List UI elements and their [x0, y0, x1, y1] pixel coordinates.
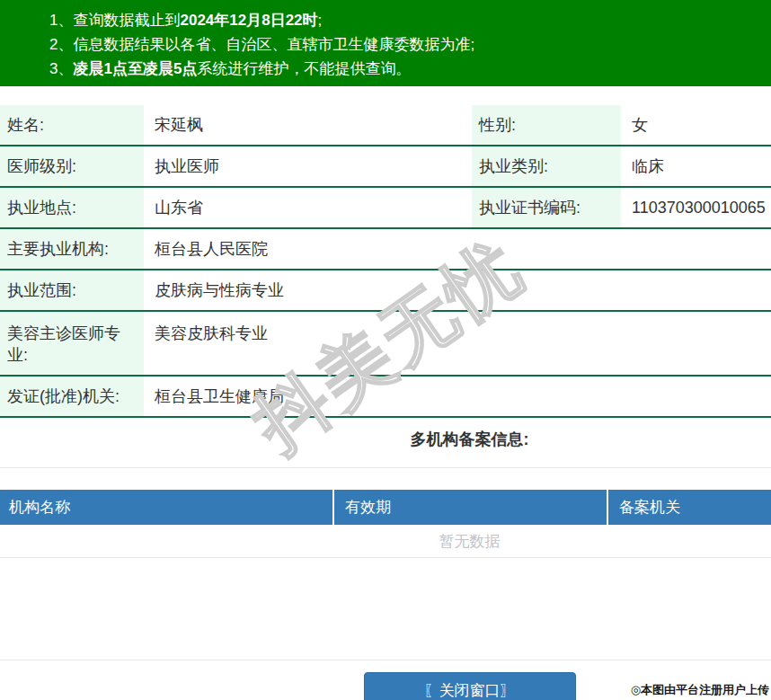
certificate-no-label: 执业证书编码:	[472, 188, 621, 227]
doctor-info-table: 姓名: 宋延枫 性别: 女 医师级别: 执业医师 执业类别: 临床 执业地点: …	[0, 105, 771, 418]
notice-line: 2、信息数据结果以各省、自治区、直辖市卫生健康委数据为准;	[49, 32, 771, 57]
page-viewport: 1、查询数据截止到2024年12月8日22时; 2、信息数据结果以各省、自治区、…	[0, 0, 771, 700]
notice-line: 3、凌晨1点至凌晨5点系统进行维护，不能提供查询。	[49, 57, 771, 81]
notice-text: 3、	[49, 60, 73, 77]
notice-text: ;	[318, 12, 323, 29]
cosmetic-specialty-label: 美容主诊医师专业:	[0, 312, 144, 375]
table-row: 执业地点: 山东省 执业证书编码: 110370300010065	[0, 188, 771, 229]
practice-place-value: 山东省	[144, 188, 467, 227]
gender-value: 女	[621, 105, 771, 145]
doctor-level-value: 执业医师	[144, 146, 467, 186]
main-institution-label: 主要执业机构:	[0, 229, 144, 269]
practice-type-label: 执业类别:	[472, 146, 621, 186]
table-row: 主要执业机构: 桓台县人民医院	[0, 229, 771, 270]
notice-line: 1、查询数据截止到2024年12月8日22时;	[49, 8, 771, 32]
issuing-authority-label: 发证(批准)机关:	[0, 377, 144, 416]
notice-bold-text: 2024年12月8日22时	[180, 12, 317, 29]
practice-place-label: 执业地点:	[0, 188, 144, 227]
doctor-level-label: 医师级别:	[0, 146, 144, 186]
notice-text: 1、查询数据截止到	[49, 12, 180, 29]
notice-bold-text: 凌晨1点至凌晨5点	[73, 60, 197, 77]
empty-data-placeholder: 暂无数据	[0, 525, 771, 558]
table-row: 发证(批准)机关: 桓台县卫生健康局	[0, 377, 771, 418]
table-row: 医师级别: 执业医师 执业类别: 临床	[0, 146, 771, 188]
validity-column-header: 有效期	[334, 490, 608, 525]
query-result-page: 1、查询数据截止到2024年12月8日22时; 2、信息数据结果以各省、自治区、…	[0, 0, 771, 700]
content-spacer	[0, 558, 771, 660]
practice-scope-label: 执业范围:	[0, 270, 144, 310]
table-row: 美容主诊医师专业: 美容皮肤科专业	[0, 312, 771, 377]
issuing-authority-value: 桓台县卫生健康局	[144, 377, 771, 416]
name-label: 姓名:	[0, 105, 144, 145]
practice-type-value: 临床	[621, 146, 771, 186]
platform-upload-note: ◎本图由平台注册用户上传	[631, 682, 769, 698]
multi-org-section-title: 多机构备案信息:	[0, 430, 771, 448]
main-institution-value: 桓台县人民医院	[144, 229, 771, 269]
org-table-header: 机构名称 有效期 备案机关	[0, 490, 771, 525]
gender-label: 性别:	[472, 105, 621, 145]
notice-text: 系统进行维护，不能提供查询。	[197, 60, 411, 77]
divider	[0, 467, 771, 468]
name-value: 宋延枫	[144, 105, 467, 145]
practice-scope-value: 皮肤病与性病专业	[144, 270, 771, 310]
notice-text: 2、信息数据结果以各省、自治区、直辖市卫生健康委数据为准;	[49, 36, 474, 53]
table-row: 姓名: 宋延枫 性别: 女	[0, 105, 771, 146]
org-name-column-header: 机构名称	[0, 490, 334, 525]
notice-banner: 1、查询数据截止到2024年12月8日22时; 2、信息数据结果以各省、自治区、…	[0, 0, 771, 86]
close-window-button[interactable]: 〖关闭窗口〗	[364, 672, 576, 700]
filing-authority-column-header: 备案机关	[608, 490, 771, 525]
certificate-no-value: 110370300010065	[621, 188, 771, 227]
table-row: 执业范围: 皮肤病与性病专业	[0, 270, 771, 312]
cosmetic-specialty-value: 美容皮肤科专业	[144, 312, 771, 375]
